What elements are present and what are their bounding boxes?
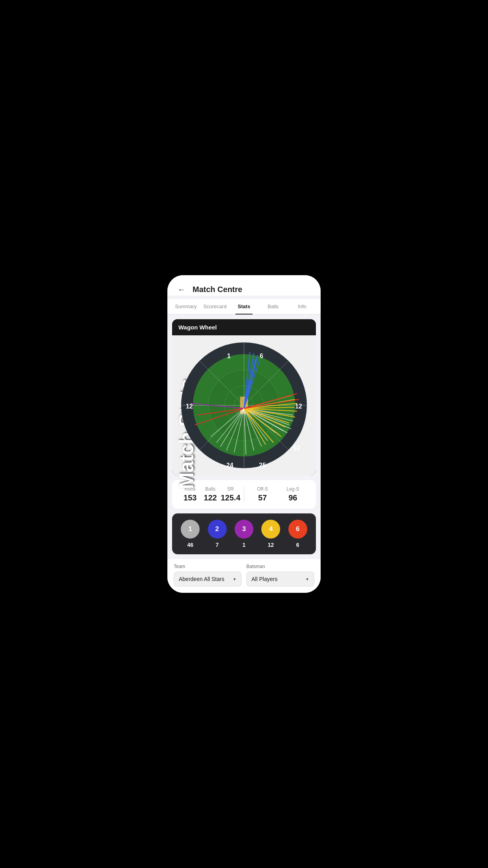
team-dropdown-arrow: ▼ <box>233 577 237 581</box>
run-count-6: 6 <box>296 542 299 548</box>
team-dropdown[interactable]: Aberdeen All Stars ▼ <box>174 572 242 587</box>
batsman-dropdown-col: Batsman All Players ▼ <box>246 564 314 587</box>
svg-text:12: 12 <box>186 403 193 410</box>
runs-legend-card: 1 46 2 7 3 1 4 <box>172 513 316 554</box>
svg-text:6: 6 <box>260 353 263 359</box>
header: ← Match Centre <box>167 275 321 296</box>
tab-stats[interactable]: Stats <box>229 299 259 314</box>
run-circle-4: 4 <box>261 520 280 539</box>
run-circle-2: 2 <box>208 520 227 539</box>
wagon-wheel-header: Wagon Wheel <box>172 319 316 335</box>
stat-sr-value: 125.4 <box>220 493 241 502</box>
stat-runs-value: 153 <box>180 493 200 502</box>
back-button[interactable]: ← <box>175 283 188 296</box>
phone-frame: ← Match Centre Summary Scorecard Stats B… <box>167 275 321 593</box>
tab-scorecard[interactable]: Scorecard <box>200 299 229 314</box>
wagon-wheel-body: 1 6 12 12 20 53 24 25 <box>172 335 316 475</box>
svg-text:20: 20 <box>186 445 193 452</box>
team-dropdown-value: Aberdeen All Stars <box>179 576 224 582</box>
run-circle-3: 3 <box>235 520 253 539</box>
wagon-wheel-diagram: 1 6 12 12 20 53 24 25 <box>177 338 311 472</box>
header-title: Match Centre <box>193 285 242 294</box>
content-area: Wagon Wheel <box>167 319 321 593</box>
batsman-dropdown-arrow: ▼ <box>305 577 309 581</box>
stat-balls-value: 122 <box>200 493 221 502</box>
secondary-stats: Off-S 57 Leg-S 96 <box>248 486 308 502</box>
run-item-6: 6 6 <box>288 520 307 548</box>
dropdowns-area: Team Aberdeen All Stars ▼ Batsman All Pl… <box>167 559 321 593</box>
stat-sr-label: SR <box>220 486 241 492</box>
stat-offs-value: 57 <box>248 493 278 502</box>
svg-text:53: 53 <box>293 445 300 452</box>
batsman-label: Batsman <box>246 564 314 569</box>
run-count-2: 7 <box>216 542 219 548</box>
run-count-1: 46 <box>187 542 193 548</box>
tab-summary[interactable]: Summary <box>171 299 200 314</box>
batsman-dropdown-value: All Players <box>251 576 277 582</box>
run-count-3: 1 <box>242 542 246 548</box>
run-circle-6: 6 <box>288 520 307 539</box>
stat-legs-label: Leg-S <box>278 486 308 492</box>
batsman-dropdown[interactable]: All Players ▼ <box>246 572 314 587</box>
stat-balls: Balls 122 <box>200 486 221 502</box>
run-item-1: 1 46 <box>181 520 200 548</box>
dropdown-row: Team Aberdeen All Stars ▼ Batsman All Pl… <box>174 564 314 587</box>
svg-text:1: 1 <box>227 353 231 359</box>
tab-balls[interactable]: Balls <box>259 299 288 314</box>
run-item-4: 4 12 <box>261 520 280 548</box>
team-label: Team <box>174 564 242 569</box>
team-dropdown-col: Team Aberdeen All Stars ▼ <box>174 564 242 587</box>
run-item-2: 2 7 <box>208 520 227 548</box>
stat-leg-s: Leg-S 96 <box>278 486 308 502</box>
stat-offs-label: Off-S <box>248 486 278 492</box>
run-circle-1: 1 <box>181 520 200 539</box>
stat-legs-value: 96 <box>278 493 308 502</box>
svg-text:24: 24 <box>226 462 233 469</box>
svg-text:12: 12 <box>295 403 302 410</box>
stat-off-s: Off-S 57 <box>248 486 278 502</box>
wagon-wheel-card: Wagon Wheel <box>172 319 316 475</box>
svg-text:25: 25 <box>259 462 266 469</box>
stats-divider <box>244 486 244 502</box>
tabs-bar: Summary Scorecard Stats Balls Info <box>167 299 321 314</box>
stat-balls-label: Balls <box>200 486 221 492</box>
stat-sr: SR 125.4 <box>220 486 241 502</box>
tab-info[interactable]: Info <box>288 299 317 314</box>
wagon-wheel-title: Wagon Wheel <box>178 324 310 331</box>
run-count-4: 12 <box>268 542 274 548</box>
run-item-3: 3 1 <box>235 520 253 548</box>
